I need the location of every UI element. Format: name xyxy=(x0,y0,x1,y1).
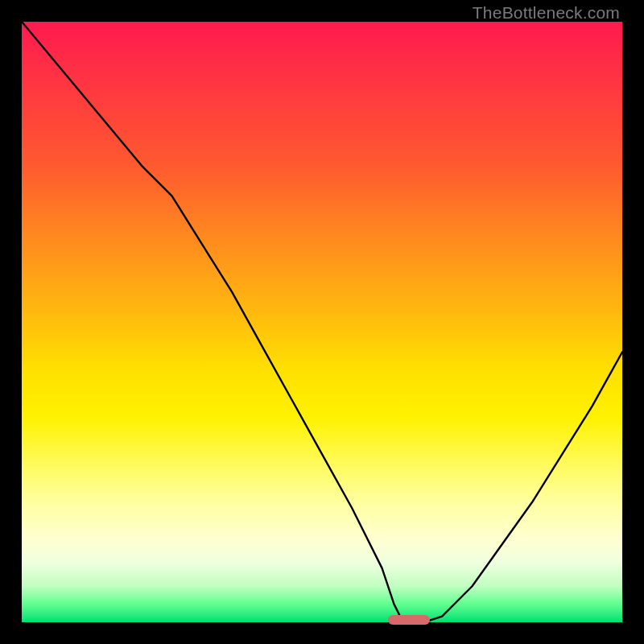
chart-container: TheBottleneck.com xyxy=(0,0,644,644)
plot-area xyxy=(22,22,622,622)
bottleneck-curve xyxy=(22,22,622,622)
watermark-text: TheBottleneck.com xyxy=(473,3,620,23)
optimal-range-marker xyxy=(388,615,430,625)
